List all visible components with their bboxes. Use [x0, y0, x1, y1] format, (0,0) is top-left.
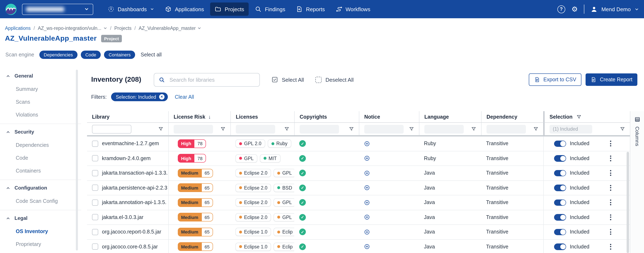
included-toggle[interactable]	[554, 170, 566, 176]
select-all-engines[interactable]: Select all	[141, 52, 162, 58]
sidebar-item-code-scan-config[interactable]: Code Scan Config	[0, 194, 81, 207]
nav-item-findings[interactable]: Findings	[250, 3, 290, 16]
row-checkbox[interactable]	[92, 185, 98, 191]
sidebar-item-violations[interactable]: Violations	[0, 108, 81, 121]
sidebar-item-proprietary[interactable]: Proprietary	[0, 238, 81, 250]
sidebar-item-os-inventory[interactable]: OS Inventory	[0, 225, 81, 238]
row-menu-kebab[interactable]	[609, 243, 612, 251]
sidebar-item-commercial[interactable]: Commercial	[0, 250, 81, 253]
plus-circle-icon[interactable]	[364, 141, 370, 147]
funnel-icon[interactable]	[349, 127, 354, 131]
sidebar-section-header-security[interactable]: Security	[0, 125, 81, 139]
filter-box-licenses[interactable]	[236, 125, 275, 133]
funnel-icon[interactable]	[576, 114, 581, 119]
sort-desc-icon[interactable]: ↓	[208, 114, 211, 120]
columns-panel-tab[interactable]: Columns	[630, 111, 644, 253]
remove-filter-icon[interactable]: ✕	[159, 94, 164, 100]
row-menu-kebab[interactable]	[609, 184, 612, 192]
sidebar-section-header-configuration[interactable]: Configuration	[0, 181, 81, 194]
filter-box-language[interactable]	[424, 125, 464, 133]
column-header-selection[interactable]: Selection	[543, 111, 630, 122]
column-header-license-risk[interactable]: License Risk↓	[168, 111, 230, 122]
sidebar-item-scans[interactable]: Scans	[0, 95, 81, 108]
funnel-icon[interactable]	[533, 127, 538, 131]
nav-item-applications[interactable]: Applications	[160, 3, 208, 16]
sidebar-section-header-general[interactable]: General	[0, 69, 81, 83]
funnel-icon[interactable]	[220, 127, 226, 131]
table-scrollbar[interactable]	[626, 152, 629, 253]
sidebar-item-summary[interactable]: Summary	[0, 83, 81, 95]
included-toggle[interactable]	[554, 155, 566, 162]
nav-item-dashboards[interactable]: Dashboards	[103, 3, 159, 16]
column-header-dependency[interactable]: Dependency	[481, 111, 543, 122]
row-checkbox[interactable]	[92, 170, 98, 176]
breadcrumb-item-projects[interactable]: Projects	[114, 26, 132, 31]
funnel-icon[interactable]	[471, 127, 476, 131]
funnel-icon[interactable]	[158, 127, 163, 131]
filter-input-library[interactable]	[92, 125, 131, 133]
nav-item-projects[interactable]: Projects	[210, 3, 249, 16]
row-menu-kebab[interactable]	[609, 228, 612, 236]
deselect-all-button[interactable]: Deselect All	[316, 77, 354, 83]
row-checkbox[interactable]	[92, 141, 98, 147]
plus-circle-icon[interactable]	[364, 229, 370, 235]
plus-circle-icon[interactable]	[364, 155, 370, 162]
plus-circle-icon[interactable]	[364, 199, 370, 206]
included-toggle[interactable]	[554, 243, 566, 250]
breadcrumb-item-applications[interactable]: Applications	[5, 26, 31, 31]
organization-dropdown[interactable]	[22, 4, 93, 15]
included-toggle[interactable]	[554, 199, 566, 206]
funnel-icon[interactable]	[620, 127, 625, 131]
sidebar-section-header-legal[interactable]: Legal	[0, 211, 81, 225]
filter-box-license-risk[interactable]	[174, 125, 213, 133]
clear-all-filters-link[interactable]: Clear All	[175, 94, 194, 100]
help-icon[interactable]: ?	[558, 5, 565, 13]
plus-circle-icon[interactable]	[364, 185, 370, 191]
column-header-library[interactable]: Library	[87, 111, 168, 122]
row-checkbox[interactable]	[92, 155, 98, 162]
plus-circle-icon[interactable]	[364, 244, 370, 250]
plus-circle-icon[interactable]	[364, 214, 370, 220]
select-all-button[interactable]: Select All	[272, 76, 304, 83]
funnel-icon[interactable]	[409, 127, 414, 131]
row-checkbox[interactable]	[92, 244, 98, 250]
export-to-csv-button[interactable]: Export to CSV	[529, 73, 582, 86]
sidebar-item-dependencies[interactable]: Dependencies	[0, 139, 81, 151]
row-menu-kebab[interactable]	[609, 198, 612, 206]
row-checkbox[interactable]	[92, 229, 98, 235]
row-menu-kebab[interactable]	[609, 140, 612, 148]
create-report-button[interactable]: Create Report	[586, 73, 637, 86]
included-toggle[interactable]	[554, 229, 566, 235]
filter-box-copyrights[interactable]	[300, 125, 339, 133]
filter-box-notice[interactable]	[364, 125, 404, 133]
nav-item-reports[interactable]: Reports	[292, 3, 330, 16]
included-toggle[interactable]	[554, 185, 566, 191]
mend-logo-icon[interactable]	[5, 3, 17, 15]
filter-chip-selection-included[interactable]: Selection: Included ✕	[111, 93, 168, 101]
nav-item-workflows[interactable]: Workflows	[331, 3, 375, 16]
row-checkbox[interactable]	[92, 214, 98, 220]
included-toggle[interactable]	[554, 214, 566, 220]
filter-box-selection[interactable]: (1) Included	[550, 125, 592, 133]
scan-engine-pill-containers[interactable]: Containers	[104, 51, 135, 59]
plus-circle-icon[interactable]	[364, 170, 370, 176]
included-toggle[interactable]	[554, 140, 566, 147]
column-header-notice[interactable]: Notice	[359, 111, 419, 122]
search-input[interactable]	[169, 76, 255, 83]
row-menu-kebab[interactable]	[609, 169, 612, 177]
funnel-icon[interactable]	[284, 127, 289, 131]
column-header-language[interactable]: Language	[419, 111, 481, 122]
user-menu[interactable]: Mend Demo	[590, 6, 639, 13]
breadcrumb-item-az-ws-repo-integration-vuln[interactable]: AZ_ws-repo-integration/vuln...	[38, 26, 107, 31]
column-header-licenses[interactable]: Licenses	[230, 111, 294, 122]
column-header-copyrights[interactable]: Copyrights	[294, 111, 359, 122]
settings-gear-icon[interactable]: ⚙	[572, 6, 578, 13]
filter-box-dependency[interactable]	[486, 125, 526, 133]
scan-engine-pill-code[interactable]: Code	[81, 51, 101, 59]
breadcrumb-item-az-vulnerableapp-master[interactable]: AZ_VulnerableApp_master	[138, 26, 202, 31]
sidebar-item-code[interactable]: Code	[0, 151, 81, 164]
sidebar-item-containers[interactable]: Containers	[0, 164, 81, 177]
scan-engine-pill-dependencies[interactable]: Dependencies	[39, 51, 78, 59]
row-menu-kebab[interactable]	[609, 154, 612, 162]
sidebar-scrollbar[interactable]	[76, 70, 78, 250]
